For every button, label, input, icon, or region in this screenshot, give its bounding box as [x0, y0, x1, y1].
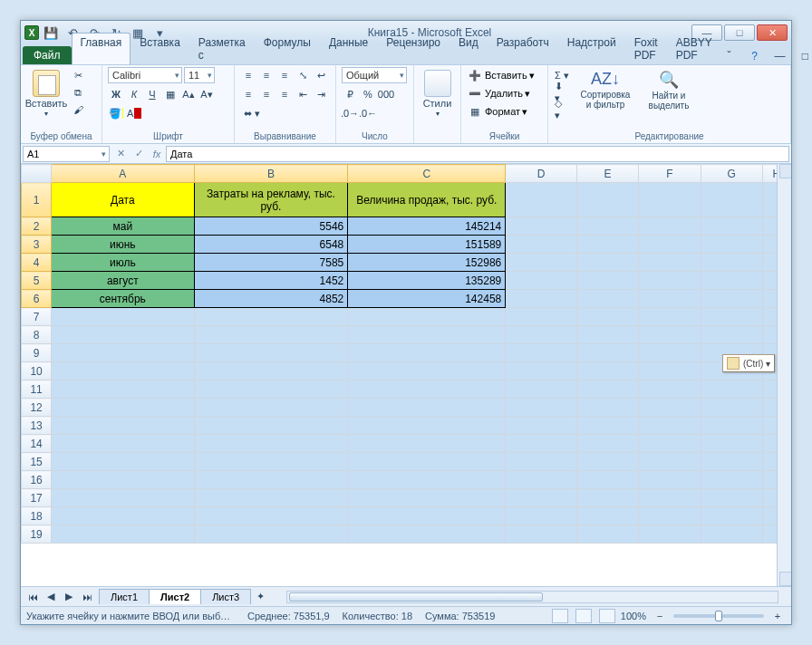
cell-A15[interactable]	[52, 453, 194, 471]
cell-D19[interactable]	[506, 525, 577, 544]
underline-button[interactable]: Ч	[144, 86, 160, 102]
file-tab[interactable]: Файл	[23, 46, 72, 64]
column-header-D[interactable]: D	[506, 165, 577, 183]
cell-E9[interactable]	[576, 344, 638, 362]
cell-C11[interactable]	[348, 380, 506, 399]
cell-D10[interactable]	[506, 362, 577, 380]
cell-B9[interactable]	[194, 344, 348, 362]
row-header-15[interactable]: 15	[22, 453, 52, 471]
cell-A17[interactable]	[52, 489, 194, 507]
cell-D14[interactable]	[506, 435, 577, 453]
cell-F2[interactable]	[639, 217, 701, 236]
cell-D9[interactable]	[506, 344, 577, 362]
cell-G14[interactable]	[701, 435, 762, 453]
ribbon-tab-разметка с[interactable]: Разметка с	[189, 33, 255, 64]
cell-D5[interactable]	[506, 272, 577, 290]
ribbon-tab-надстрой[interactable]: Надстрой	[558, 33, 625, 64]
cell-B17[interactable]	[194, 489, 348, 507]
cell-F19[interactable]	[639, 525, 701, 544]
cell-C7[interactable]	[348, 308, 506, 326]
cell-F12[interactable]	[639, 399, 701, 417]
horizontal-scrollbar[interactable]	[286, 591, 778, 603]
cell-F16[interactable]	[639, 471, 701, 489]
vertical-scrollbar[interactable]	[777, 164, 791, 586]
cell-B14[interactable]	[194, 435, 348, 453]
row-header-14[interactable]: 14	[22, 435, 52, 453]
cell-D2[interactable]	[506, 217, 577, 236]
cell-G13[interactable]	[701, 417, 762, 435]
cell-D7[interactable]	[506, 308, 577, 326]
cell-B10[interactable]	[194, 362, 348, 380]
row-header-1[interactable]: 1	[22, 183, 52, 217]
column-header-G[interactable]: G	[701, 165, 762, 183]
cell-B18[interactable]	[194, 507, 348, 525]
tab-first-icon[interactable]: ⏮	[24, 589, 41, 605]
cell-G4[interactable]	[701, 254, 762, 272]
cell-D18[interactable]	[506, 507, 577, 525]
cell-F5[interactable]	[639, 272, 701, 290]
cell-C9[interactable]	[348, 344, 506, 362]
cell-A9[interactable]	[52, 344, 194, 362]
cell-C4[interactable]: 152986	[348, 254, 506, 272]
name-box[interactable]: A1	[23, 146, 110, 162]
cell-D11[interactable]	[506, 380, 577, 399]
clear-icon[interactable]: ◇ ▾	[554, 101, 570, 118]
orientation-icon[interactable]: ⤡	[295, 67, 311, 83]
cell-G3[interactable]	[701, 236, 762, 254]
cut-icon[interactable]: ✂	[70, 67, 86, 83]
align-center-icon[interactable]: ≡	[258, 86, 275, 102]
cell-G11[interactable]	[701, 380, 762, 399]
cell-D6[interactable]	[506, 290, 577, 308]
cell-C19[interactable]	[348, 525, 506, 544]
format-painter-icon[interactable]: 🖌	[70, 101, 86, 118]
cell-F17[interactable]	[639, 489, 701, 507]
cell-C8[interactable]	[348, 326, 506, 344]
cancel-formula-icon[interactable]: ✕	[111, 148, 130, 159]
bold-button[interactable]: Ж	[108, 86, 124, 102]
font-size-combo[interactable]: 11	[184, 67, 215, 83]
find-select-button[interactable]: 🔍 Найти и выделить	[641, 67, 697, 111]
cell-A14[interactable]	[52, 435, 194, 453]
cell-E11[interactable]	[576, 380, 638, 399]
cell-F6[interactable]	[639, 290, 701, 308]
save-icon[interactable]: 💾	[43, 24, 59, 41]
cell-F15[interactable]	[639, 453, 701, 471]
column-header-E[interactable]: E	[576, 165, 638, 183]
cell-G18[interactable]	[701, 507, 762, 525]
cell-D4[interactable]	[506, 254, 577, 272]
row-header-2[interactable]: 2	[22, 217, 52, 236]
row-header-18[interactable]: 18	[22, 507, 52, 525]
ribbon-tab-вставка[interactable]: Вставка	[130, 33, 189, 64]
doc-restore-icon[interactable]: □	[797, 48, 812, 64]
cell-A10[interactable]	[52, 362, 194, 380]
cell-A6[interactable]: сентябрь	[52, 290, 194, 308]
cell-E13[interactable]	[576, 417, 638, 435]
cell-F1[interactable]	[639, 183, 701, 217]
cell-C12[interactable]	[348, 399, 506, 417]
cell-B8[interactable]	[194, 326, 348, 344]
cell-F7[interactable]	[639, 308, 701, 326]
number-format-combo[interactable]: Общий	[342, 67, 407, 83]
merge-center-button[interactable]: ⬌ ▾	[240, 105, 264, 121]
cell-E17[interactable]	[576, 489, 638, 507]
row-header-10[interactable]: 10	[22, 362, 52, 380]
cell-A16[interactable]	[52, 471, 194, 489]
cell-A11[interactable]	[52, 380, 194, 399]
cell-B13[interactable]	[194, 417, 348, 435]
paste-options-smarttag[interactable]: (Ctrl) ▾	[722, 354, 775, 372]
paste-button[interactable]: Вставить ▾	[26, 67, 66, 118]
increase-indent-icon[interactable]: ⇥	[313, 86, 329, 102]
cell-D1[interactable]	[506, 183, 577, 217]
cell-E3[interactable]	[576, 236, 638, 254]
doc-minimize-icon[interactable]: —	[771, 48, 788, 64]
cell-A12[interactable]	[52, 399, 194, 417]
ribbon-tab-разработч[interactable]: Разработч	[488, 33, 558, 64]
cell-G6[interactable]	[701, 290, 762, 308]
styles-button[interactable]: Стили ▾	[420, 67, 455, 118]
cell-C18[interactable]	[348, 507, 506, 525]
cell-B2[interactable]: 5546	[194, 217, 348, 236]
cell-E16[interactable]	[576, 471, 638, 489]
cell-D16[interactable]	[506, 471, 577, 489]
cell-D17[interactable]	[506, 489, 577, 507]
enter-formula-icon[interactable]: ✓	[130, 148, 148, 159]
